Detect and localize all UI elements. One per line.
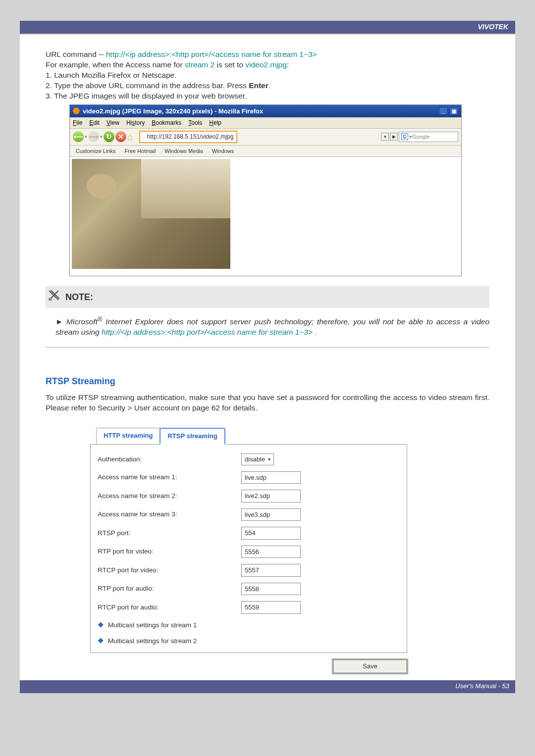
step-3: 3. The JPEG images will be displayed in … [46, 91, 489, 101]
google-icon: G [401, 133, 408, 140]
stream2-input[interactable]: live2.sdp [241, 490, 301, 503]
settings-panel: HTTP streaming RTSP streaming Authentica… [90, 428, 407, 673]
multicast-stream1[interactable]: ❖ Multicast settings for stream 1 [98, 621, 400, 630]
bookmark-wmedia[interactable]: Windows Media [161, 148, 203, 155]
stream1-input[interactable]: live.sdp [241, 471, 301, 484]
rtcp-video-input[interactable]: 5557 [241, 564, 301, 577]
menu-file[interactable]: File [73, 119, 82, 127]
url-command-line: URL command -- http://<ip address>:<http… [46, 50, 489, 60]
stream3-input[interactable]: live3.sdp [241, 508, 301, 521]
menu-edit[interactable]: Edit [89, 119, 100, 127]
menu-tools[interactable]: Tools [188, 119, 202, 127]
expand-icon: ❖ [98, 621, 104, 630]
rtsp-title: RTSP Streaming [46, 375, 489, 387]
go-icon[interactable]: ▶ [390, 133, 398, 141]
maximize-icon[interactable]: ▣ [449, 107, 458, 115]
minimize-icon[interactable]: _ [439, 107, 448, 115]
bookmarks-bar: Customize Links Free Hotmail Windows Med… [70, 146, 461, 157]
expand-icon: ❖ [98, 637, 104, 646]
tab-http-streaming[interactable]: HTTP streaming [96, 428, 160, 445]
rtcp-audio-input[interactable]: 5559 [241, 601, 301, 614]
header-divider [20, 34, 515, 35]
search-input[interactable]: G▾ Google [399, 132, 458, 142]
note-icon [48, 289, 60, 305]
note-box: NOTE: [46, 286, 489, 308]
auth-label: Authentication: [98, 455, 241, 464]
rtp-audio-label: RTP port for audio: [98, 584, 241, 593]
window-title: video2.mjpg (JPEG Image, 320x240 pixels)… [83, 107, 263, 116]
menu-history[interactable]: History [126, 119, 145, 127]
rtcp-audio-label: RTCP port for audio: [98, 603, 241, 612]
rtsp-port-input[interactable]: 554 [241, 527, 301, 540]
tab-rtsp-streaming[interactable]: RTSP streaming [160, 428, 225, 445]
svg-point-0 [49, 298, 52, 302]
browser-screenshot: video2.mjpg (JPEG Image, 320x240 pixels)… [69, 104, 462, 277]
dropdown-icon[interactable]: ▾ [381, 133, 389, 141]
stream1-label: Access name for stream 1: [98, 473, 241, 482]
stop-icon[interactable]: ✕ [115, 131, 126, 142]
reload-icon[interactable]: ↻ [104, 131, 114, 142]
rtsp-text: To utilize RTSP streaming authentication… [46, 393, 489, 413]
rtsp-port-label: RTSP port: [98, 529, 241, 538]
rtp-video-label: RTP port for video: [98, 547, 241, 556]
video-preview-image [72, 159, 230, 269]
bookmark-hotmail[interactable]: Free Hotmail [122, 148, 156, 155]
back-icon[interactable]: ⟵ [73, 131, 84, 142]
menu-view[interactable]: View [107, 119, 119, 127]
firefox-icon [73, 107, 80, 114]
multicast-stream2[interactable]: ❖ Multicast settings for stream 2 [98, 637, 400, 646]
rtp-audio-input[interactable]: 5558 [241, 583, 301, 596]
forward-icon[interactable]: ⟶ [88, 131, 99, 142]
toolbar: ⟵ ▾ ⟶ ▾ ↻ ✕ ⌂ http://192.168.5.151/video… [70, 129, 461, 145]
bookmark-customize[interactable]: Customize Links [73, 148, 116, 155]
note-title: NOTE: [65, 291, 93, 303]
footer: User's Manual - 53 [20, 680, 515, 693]
stream3-label: Access name for stream 3: [98, 510, 241, 519]
step-1: 1. Launch Mozilla Firefox or Netscape. [46, 70, 489, 81]
stream2-label: Access name for stream 2: [98, 492, 241, 501]
home-icon[interactable]: ⌂ [127, 131, 138, 142]
window-titlebar: video2.mjpg (JPEG Image, 320x240 pixels)… [70, 105, 461, 118]
menu-bookmarks[interactable]: Bookmarks [152, 119, 181, 127]
save-button[interactable]: Save [333, 659, 407, 673]
address-bar[interactable]: http://192.168.5.151/video2.mjpg [139, 131, 237, 143]
auth-select[interactable]: disable [241, 454, 274, 465]
menu-help[interactable]: Help [209, 119, 221, 127]
step-2: 2. Type the above URL command in the add… [46, 81, 489, 91]
rtp-video-input[interactable]: 5556 [241, 546, 301, 558]
note-text: ► Microsoft® Internet Explorer does not … [55, 315, 489, 338]
example-line: For example, when the Access name for st… [46, 60, 489, 70]
note-divider [46, 347, 489, 348]
rtcp-video-label: RTCP port for video: [98, 566, 241, 575]
bookmark-windows[interactable]: Windows [209, 148, 234, 155]
brand-header: VIVOTEK [20, 21, 515, 34]
menubar: File Edit View History Bookmarks Tools H… [70, 117, 461, 129]
